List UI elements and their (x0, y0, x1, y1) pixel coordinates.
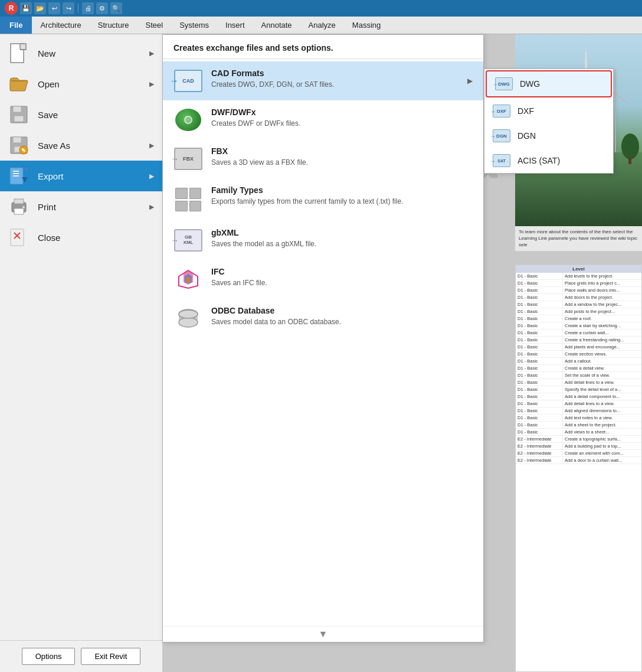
family-title: Family Types (211, 185, 473, 195)
export-item-family[interactable]: Family Types Exports family types from t… (163, 178, 483, 221)
menu-item-new-label: New (38, 48, 141, 58)
tab-architecture[interactable]: Architecture (32, 17, 89, 34)
svg-point-49 (614, 92, 617, 95)
right-data-table: Level D1 - BasicAdd levels to the projec… (515, 265, 642, 672)
table-row: D1 - BasicPlace walls and doors into... (516, 287, 641, 294)
export-panel: Creates exchange files and sets options.… (162, 34, 484, 642)
ifc-text: IFC Saves an IFC file. (211, 267, 473, 288)
dwg-icon: → DWG (495, 77, 513, 90)
table-cell-level: D1 - Basic (516, 344, 563, 350)
table-cell-action: Create a freestanding railing... (563, 337, 641, 343)
qa-open-btn[interactable]: 📂 (34, 2, 46, 14)
table-cell-level: D1 - Basic (516, 308, 563, 315)
menu-item-close[interactable]: Close (0, 222, 162, 253)
menu-item-print-arrow: ▶ (149, 203, 154, 211)
menu-item-new[interactable]: New ▶ (0, 38, 162, 68)
qa-print-btn[interactable]: 🖨 (82, 2, 94, 14)
dwf-desc: Creates DWF or DWFx files. (211, 119, 473, 129)
table-cell-action: Create section views. (563, 351, 641, 357)
qa-search-btn[interactable]: 🔍 (110, 2, 122, 14)
cad-item-dxf[interactable]: → DXF DXF (484, 99, 613, 123)
table-cell-action: Place walls and doors into... (563, 287, 641, 293)
tab-structure[interactable]: Structure (90, 17, 137, 34)
sat-icon: → SAT (493, 154, 510, 167)
table-cell-action: Add a door to a curtain wall... (563, 457, 641, 464)
qa-save-btn[interactable]: 💾 (20, 2, 32, 14)
qa-redo-btn[interactable]: ↪ (63, 2, 74, 14)
export-item-gbxml[interactable]: → GBXML gbXML Saves the model as a gbXML… (163, 221, 483, 260)
menu-item-open[interactable]: Open ▶ (0, 68, 162, 99)
table-cell-action: Add a window to the projec... (563, 301, 641, 308)
svg-rect-20 (14, 208, 24, 214)
cad-item-dgn[interactable]: → DGN DGN (484, 123, 613, 148)
table-cell-action: Add posts to the project... (563, 308, 641, 315)
table-cell-level: D1 - Basic (516, 365, 563, 371)
sat-label: ACIS (SAT) (517, 156, 560, 165)
menu-item-saveas[interactable]: ✎ Save As ▶ (0, 130, 162, 161)
table-row: D1 - BasicAdd posts to the project... (516, 308, 641, 315)
table-cell-level: D1 - Basic (516, 330, 563, 336)
tab-annotate[interactable]: Annotate (253, 17, 300, 34)
menu-item-save-label: Save (38, 110, 154, 120)
svg-marker-13 (23, 168, 28, 172)
qa-undo-btn[interactable]: ↩ (48, 2, 60, 14)
table-cell-level: D1 - Basic (516, 386, 563, 393)
export-item-dwf[interactable]: DWF/DWFx Creates DWF or DWFx files. (163, 100, 483, 139)
menu-item-export[interactable]: Export ▶ (0, 161, 162, 191)
export-panel-scroll-down[interactable]: ▼ (163, 626, 483, 642)
table-cell-action: Add plants and encourage... (563, 344, 641, 350)
export-items-list: → CAD CAD Formats Creates DWG, DXF, DGN,… (163, 59, 483, 626)
dwg-label: DWG (520, 79, 540, 89)
tab-massing[interactable]: Massing (344, 17, 389, 34)
table-row: E2 - IntermediateAdd a building pad to a… (516, 443, 641, 450)
svg-rect-8 (13, 137, 21, 143)
file-menu-items: New ▶ Open ▶ Save ✎ (0, 34, 162, 640)
menu-item-save[interactable]: Save (0, 99, 162, 130)
table-cell-action: Create a roof. (563, 315, 641, 322)
ifc-desc: Saves an IFC file. (211, 278, 473, 288)
table-cell-level: D1 - Basic (516, 372, 563, 379)
table-cell-action: Add a detail component to... (563, 393, 641, 400)
tab-insert[interactable]: Insert (217, 17, 253, 34)
gbxml-desc: Saves the model as a gbXML file. (211, 239, 473, 249)
fbx-text: FBX Saves a 3D view as a FBX file. (211, 146, 473, 168)
menu-item-new-arrow: ▶ (149, 50, 154, 57)
exit-revit-button[interactable]: Exit Revit (81, 648, 140, 665)
table-row: D1 - BasicAdd aligned dimensions to... (516, 407, 641, 415)
close-icon (8, 227, 30, 248)
options-button[interactable]: Options (22, 648, 76, 665)
cad-item-dwg[interactable]: → DWG DWG (486, 70, 612, 97)
tab-analyze[interactable]: Analyze (300, 17, 344, 34)
dwf-text: DWF/DWFx Creates DWF or DWFx files. (211, 107, 473, 129)
tab-file[interactable]: File (0, 17, 32, 34)
tab-steel[interactable]: Steel (137, 17, 172, 34)
export-item-cad[interactable]: → CAD CAD Formats Creates DWG, DXF, DGN,… (163, 61, 483, 100)
table-cell-action: Add doors to the project. (563, 294, 641, 301)
export-item-ifc[interactable]: IFC Saves an IFC file. (163, 260, 483, 299)
table-cell-level: D1 - Basic (516, 322, 563, 329)
dxf-label: DXF (517, 106, 534, 116)
ifc-title: IFC (211, 267, 473, 276)
svg-point-21 (22, 206, 25, 208)
table-cell-action: Set the scale of a view. (563, 372, 641, 379)
table-cell-action: Create a detail view. (563, 365, 641, 371)
svg-rect-22 (11, 229, 24, 246)
menu-item-print[interactable]: Print ▶ (0, 191, 162, 222)
table-cell-action: Create a stair by sketching... (563, 322, 641, 329)
tab-systems[interactable]: Systems (171, 17, 217, 34)
svg-point-52 (621, 133, 639, 159)
table-row: D1 - BasicAdd a sheet to the project. (516, 422, 641, 429)
cad-item-sat[interactable]: → SAT ACIS (SAT) (484, 148, 613, 173)
table-cell-level: E2 - Intermediate (516, 457, 563, 464)
table-cell-level: E2 - Intermediate (516, 436, 563, 442)
revit-logo[interactable]: R (5, 2, 18, 15)
table-row: D1 - BasicAdd a window to the projec... (516, 301, 641, 308)
menu-item-saveas-arrow: ▶ (149, 142, 154, 149)
family-icon (173, 185, 203, 214)
svg-rect-3 (11, 80, 27, 81)
export-item-fbx[interactable]: → FBX FBX Saves a 3D view as a FBX file. (163, 139, 483, 178)
menu-item-saveas-label: Save As (38, 141, 141, 151)
export-item-odbc[interactable]: ODBC Database Saves model data to an ODB… (163, 299, 483, 338)
qa-settings-btn[interactable]: ⚙ (96, 2, 108, 14)
table-cell-level: D1 - Basic (516, 358, 563, 364)
